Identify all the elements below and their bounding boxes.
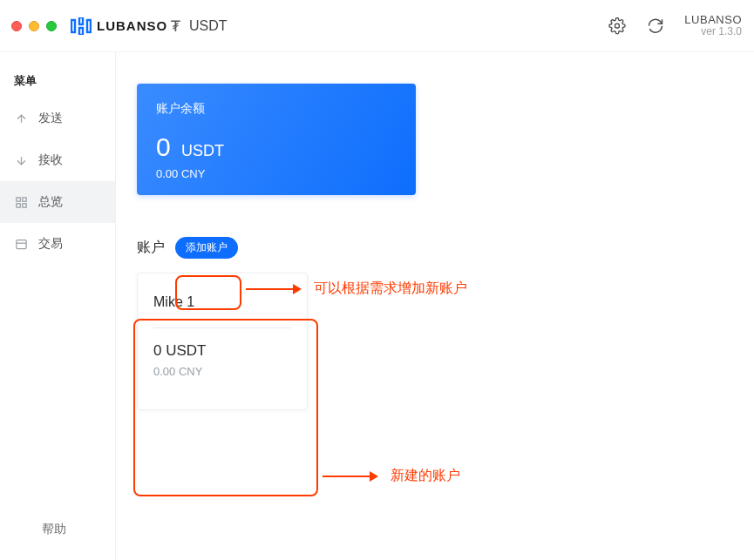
svg-rect-6 — [22, 197, 25, 200]
brand-version: LUBANSO ver 1.3.0 — [684, 13, 742, 38]
balance-unit: USDT — [181, 142, 224, 159]
version-label: ver 1.3.0 — [684, 26, 742, 38]
account-card[interactable]: Mike 1 0 USDT 0.00 CNY — [137, 273, 308, 410]
sidebar-item-label: 发送 — [38, 111, 63, 126]
refresh-icon — [647, 17, 664, 34]
toolbar-right: LUBANSO ver 1.3.0 — [608, 13, 742, 38]
titlebar: LUBANSO ₮ USDT LUBANSO ver 1.3.0 — [0, 0, 754, 52]
accounts-header: 账户 添加账户 — [137, 237, 733, 259]
receive-icon — [14, 153, 28, 167]
account-sub: 0.00 CNY — [153, 365, 291, 378]
svg-rect-0 — [71, 20, 75, 32]
sidebar-item-label: 接收 — [38, 152, 63, 168]
logo-text: LUBANSO — [97, 18, 167, 33]
svg-rect-5 — [16, 197, 19, 200]
balance-title: 账户余额 — [156, 101, 397, 117]
svg-rect-7 — [16, 203, 19, 206]
logo-icon — [71, 17, 92, 35]
svg-rect-1 — [79, 17, 83, 24]
balance-amount: 0 USDT — [156, 132, 397, 162]
svg-rect-8 — [22, 203, 25, 206]
refresh-button[interactable] — [646, 16, 665, 35]
sidebar-title: 菜单 — [0, 52, 115, 98]
transactions-icon — [14, 237, 28, 251]
sidebar-item-label: 交易 — [38, 236, 63, 252]
svg-rect-2 — [79, 28, 83, 35]
sidebar-item-receive[interactable]: 接收 — [0, 139, 115, 181]
account-name: Mike 1 — [153, 294, 291, 310]
settings-button[interactable] — [608, 16, 627, 35]
add-account-button[interactable]: 添加账户 — [175, 237, 238, 259]
svg-point-4 — [615, 24, 620, 28]
sidebar-item-transactions[interactable]: 交易 — [0, 223, 115, 265]
gear-icon — [608, 17, 626, 34]
body: 菜单 发送 接收 总览 交易 帮助 — [0, 52, 754, 560]
sidebar-item-label: 总览 — [38, 194, 63, 210]
minimize-window-button[interactable] — [29, 21, 39, 31]
brand-label: LUBANSO — [684, 13, 742, 26]
sidebar-item-send[interactable]: 发送 — [0, 98, 115, 139]
sidebar: 菜单 发送 接收 总览 交易 帮助 — [0, 52, 116, 560]
overview-icon — [14, 195, 28, 209]
accounts-title: 账户 — [137, 239, 165, 257]
close-window-button[interactable] — [11, 21, 22, 31]
account-balance: 0 USDT — [153, 342, 291, 360]
svg-rect-3 — [87, 20, 91, 32]
maximize-window-button[interactable] — [46, 21, 57, 31]
app-logo: LUBANSO — [71, 17, 167, 35]
balance-value: 0 — [156, 132, 171, 161]
main-content: 账户余额 0 USDT 0.00 CNY 账户 添加账户 Mike 1 0 US… — [116, 52, 754, 560]
window-controls — [0, 21, 57, 31]
svg-rect-9 — [16, 240, 25, 248]
tether-icon: ₮ — [171, 17, 180, 35]
sidebar-item-overview[interactable]: 总览 — [0, 181, 115, 223]
sidebar-help[interactable]: 帮助 — [42, 522, 66, 537]
currency-switch[interactable]: ₮ USDT — [171, 17, 228, 35]
send-icon — [14, 111, 28, 125]
balance-subtext: 0.00 CNY — [156, 167, 397, 180]
currency-label: USDT — [189, 18, 228, 34]
balance-card: 账户余额 0 USDT 0.00 CNY — [137, 84, 416, 195]
divider — [153, 327, 291, 328]
